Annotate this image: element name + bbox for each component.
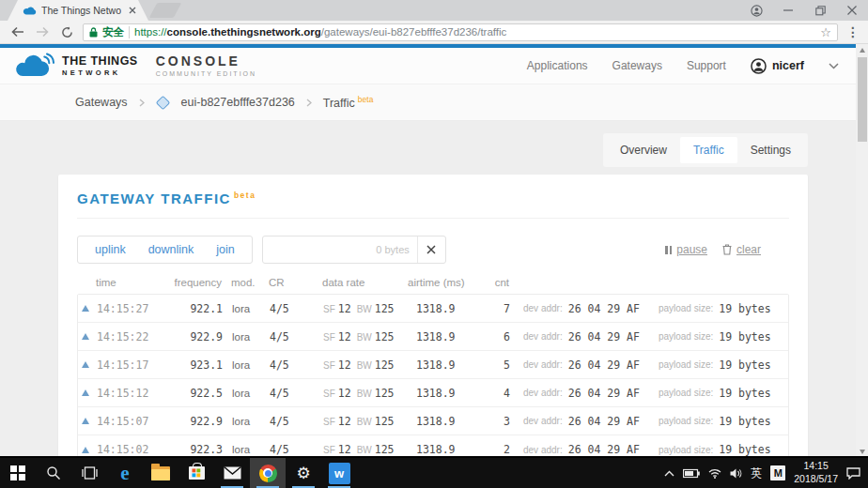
row-dev-addr: 26 04 29 AF — [568, 387, 640, 400]
tray-chevron-up-icon[interactable] — [664, 470, 674, 477]
traffic-row[interactable]: 14:15:07 922.9 lora 4/5 SF12BW125 1318.9… — [78, 407, 788, 435]
store-icon[interactable] — [178, 458, 214, 488]
row-coding-rate: 4/5 — [266, 358, 318, 372]
nav-support[interactable]: Support — [687, 59, 726, 72]
edge-icon[interactable]: e — [107, 458, 143, 488]
ttn-favicon — [23, 6, 37, 15]
table-header: time frequency mod. CR data rate airtime… — [77, 271, 789, 294]
nav-gateways[interactable]: Gateways — [612, 59, 662, 72]
traffic-row[interactable]: 14:15:17 923.1 lora 4/5 SF12BW125 1318.9… — [78, 351, 788, 379]
row-frequency: 922.3 — [155, 443, 223, 456]
uplink-icon — [82, 447, 89, 453]
restore-icon[interactable] — [804, 0, 836, 21]
payload-filter-input[interactable] — [263, 236, 417, 263]
ime-mode-indicator[interactable]: M — [770, 465, 785, 480]
minimize-icon[interactable] — [772, 0, 804, 21]
browser-menu-icon[interactable]: ⋮ — [844, 24, 862, 39]
close-icon[interactable] — [836, 0, 868, 21]
pause-button[interactable]: pause — [665, 243, 707, 256]
row-data-rate: SF12BW125 — [318, 358, 409, 372]
beta-badge: beta — [358, 95, 374, 104]
row-airtime: 1318.9 — [409, 302, 480, 315]
trash-icon — [722, 244, 732, 255]
row-time: 14:15:17 — [97, 358, 155, 372]
taskbar-search-icon[interactable] — [36, 458, 71, 488]
tab-close-icon[interactable] — [126, 4, 139, 17]
uplink-icon — [82, 333, 89, 340]
screen: The Things Network C — [0, 0, 868, 488]
gateway-tabs: Overview Traffic Settings — [603, 133, 808, 167]
browser-tab[interactable]: The Things Network C — [8, 0, 148, 21]
row-count: 5 — [480, 358, 510, 372]
avatar-icon — [751, 58, 767, 74]
uplink-icon — [82, 305, 89, 312]
traffic-row[interactable]: 14:15:27 922.1 lora 4/5 SF12BW125 1318.9… — [78, 295, 788, 323]
chevron-right-icon — [139, 99, 145, 107]
row-airtime: 1318.9 — [409, 443, 480, 456]
ime-language-indicator[interactable]: 英 — [751, 465, 762, 481]
breadcrumb-gateways[interactable]: Gateways — [75, 96, 128, 109]
tab-traffic[interactable]: Traffic — [680, 137, 737, 163]
profile-icon[interactable] — [740, 0, 772, 21]
tab-settings[interactable]: Settings — [737, 137, 804, 163]
taskbar-clock[interactable]: 14:15 2018/5/17 — [794, 460, 838, 485]
window-controls — [740, 0, 868, 21]
system-tray: 英 M 14:15 2018/5/17 — [664, 458, 868, 488]
row-airtime: 1318.9 — [409, 358, 480, 372]
lock-icon — [89, 27, 98, 38]
pinned-app-icon[interactable]: w — [321, 458, 357, 488]
row-data-rate: SF12BW125 — [318, 330, 409, 343]
volume-icon[interactable] — [730, 468, 742, 479]
new-tab-button[interactable] — [149, 3, 182, 18]
chrome-icon[interactable] — [250, 458, 286, 488]
nav-applications[interactable]: Applications — [527, 59, 588, 72]
filter-join-button[interactable]: join — [205, 243, 245, 256]
forward-icon[interactable] — [30, 22, 54, 42]
chevron-down-icon[interactable] — [829, 63, 839, 69]
row-dev-addr: 26 04 29 AF — [568, 415, 640, 428]
traffic-row[interactable]: 14:15:12 922.5 lora 4/5 SF12BW125 1318.9… — [78, 379, 788, 407]
settings-gear-icon[interactable]: ⚙ — [286, 458, 321, 488]
clock-time: 14:15 — [804, 460, 829, 471]
breadcrumb-gateway-id[interactable]: eui-b827ebfffe37d236 — [181, 96, 295, 109]
start-button[interactable] — [0, 458, 36, 488]
bookmark-star-icon[interactable]: ☆ — [820, 25, 831, 39]
row-frequency: 923.1 — [155, 358, 223, 372]
user-menu[interactable]: nicerf — [751, 58, 804, 74]
row-count: 2 — [480, 443, 510, 456]
filter-uplink-button[interactable]: uplink — [84, 243, 137, 256]
beta-badge: beta — [234, 191, 256, 200]
task-view-icon[interactable] — [71, 458, 107, 488]
row-dev-addr: 26 04 29 AF — [568, 358, 640, 372]
address-bar[interactable]: 安全 https://console.thethingsnetwork.org/… — [83, 23, 838, 41]
wifi-icon[interactable] — [708, 468, 721, 479]
clear-search-icon[interactable] — [417, 236, 445, 263]
scroll-up-icon[interactable] — [856, 44, 868, 56]
filter-downlink-button[interactable]: downlink — [137, 243, 206, 256]
tab-overview[interactable]: Overview — [607, 137, 680, 163]
ttn-cloud-icon — [11, 52, 55, 80]
row-count: 7 — [480, 302, 510, 315]
battery-icon[interactable] — [683, 468, 700, 479]
row-modulation: lora — [223, 444, 266, 455]
back-icon[interactable] — [6, 22, 30, 42]
pause-icon — [665, 246, 672, 254]
row-payload-size: 19 bytes — [719, 330, 770, 343]
row-time: 14:15:27 — [97, 302, 155, 315]
ttn-logo[interactable]: THE THINGS NETWORK CONSOLE COMMUNITY EDI… — [11, 52, 256, 80]
reload-icon[interactable] — [54, 22, 79, 42]
brand-line1: THE THINGS — [62, 55, 138, 68]
clear-button[interactable]: clear — [722, 243, 761, 256]
row-time: 14:15:12 — [97, 387, 155, 400]
row-dev-addr: 26 04 29 AF — [568, 330, 640, 343]
console-edition: COMMUNITY EDITION — [156, 70, 256, 77]
mail-icon[interactable] — [214, 458, 250, 488]
page-scrollbar[interactable] — [856, 44, 868, 458]
row-payload-size: 19 bytes — [719, 302, 770, 315]
traffic-row[interactable]: 14:15:22 922.9 lora 4/5 SF12BW125 1318.9… — [78, 323, 788, 351]
scrollbar-thumb[interactable] — [858, 57, 867, 142]
row-data-rate: SF12BW125 — [318, 387, 409, 400]
file-explorer-icon[interactable] — [143, 458, 178, 488]
windows-logo-icon — [10, 465, 25, 480]
action-center-icon[interactable] — [846, 467, 860, 480]
